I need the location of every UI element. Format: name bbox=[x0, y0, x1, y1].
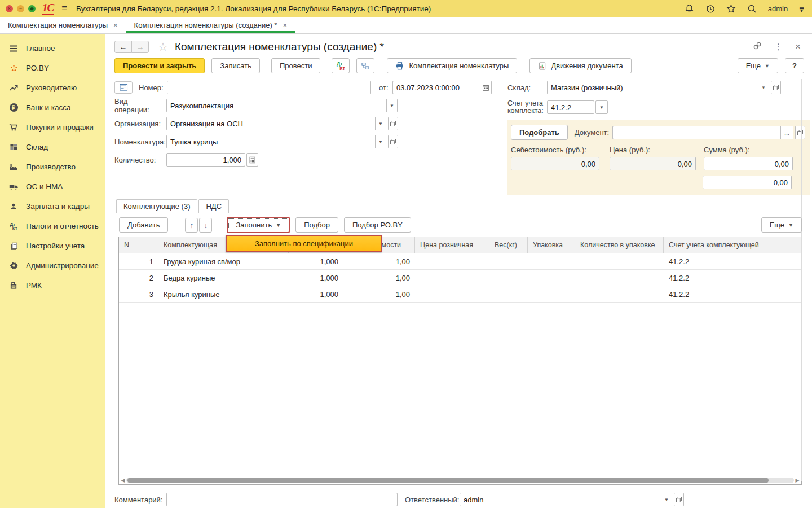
table-row[interactable]: 1Грудка куриная св/мор1,0001,0041.2.2 bbox=[119, 253, 801, 270]
ellipsis-pick-icon[interactable]: ... bbox=[780, 126, 793, 139]
table-cell[interactable] bbox=[489, 253, 528, 269]
nomenclature-select[interactable]: ▼ bbox=[166, 135, 386, 148]
window-tab-1[interactable]: Комплектация номенклатуры× bbox=[0, 17, 126, 33]
sidebar-item-main[interactable]: Главное bbox=[0, 38, 105, 58]
sidebar-item-salary-hr[interactable]: Зарплата и кадры bbox=[0, 196, 105, 216]
table-cell[interactable]: 41.2.2 bbox=[664, 286, 801, 302]
table-cell[interactable] bbox=[415, 286, 489, 302]
kit-account-field[interactable] bbox=[547, 100, 594, 114]
horizontal-scrollbar[interactable]: ◀ ▶ bbox=[119, 476, 801, 484]
sidebar-item-administration[interactable]: Администрирование bbox=[0, 256, 105, 275]
operation-type-select[interactable]: ▼ bbox=[166, 99, 398, 112]
table-cell[interactable]: 2 bbox=[119, 270, 158, 286]
close-tab-icon[interactable]: × bbox=[283, 21, 287, 29]
cost-field[interactable] bbox=[511, 157, 599, 170]
column-header[interactable]: Упаковка bbox=[528, 237, 575, 253]
help-button[interactable]: ? bbox=[785, 58, 804, 73]
selection-button[interactable]: Подбор bbox=[295, 217, 338, 233]
scroll-left-icon[interactable]: ◀ bbox=[121, 478, 125, 483]
table-cell[interactable]: 1 bbox=[119, 253, 158, 269]
close-window-icon[interactable]: × bbox=[6, 5, 13, 12]
table-cell[interactable] bbox=[575, 253, 664, 269]
fill-by-specification-item[interactable]: Заполнить по спецификации bbox=[255, 239, 353, 248]
chevron-down-icon[interactable]: ▼ bbox=[375, 135, 386, 148]
print-button[interactable]: Комплектация номенклатуры bbox=[387, 58, 517, 73]
price-field[interactable] bbox=[610, 157, 696, 170]
sidebar-item-rmk[interactable]: РМК bbox=[0, 275, 105, 295]
open-nomenclature-icon[interactable] bbox=[388, 135, 398, 148]
calendar-icon[interactable] bbox=[480, 81, 491, 94]
table-more-button[interactable]: Еще▼ bbox=[761, 217, 802, 233]
column-header[interactable]: Количество в упаковке bbox=[575, 237, 664, 253]
organization-select[interactable]: ▼ bbox=[166, 117, 386, 130]
history-icon[interactable] bbox=[705, 4, 715, 14]
document-field[interactable]: ... bbox=[612, 126, 793, 139]
table-row[interactable]: 3Крылья куриные1,0001,0041.2.2 bbox=[119, 286, 801, 303]
sidebar-item-accounting-settings[interactable]: Настройки учета bbox=[0, 236, 105, 256]
move-row-down-button[interactable]: ↓ bbox=[199, 218, 212, 233]
table-cell[interactable]: 1,00 bbox=[343, 270, 415, 286]
chevron-down-icon[interactable]: ▼ bbox=[758, 81, 769, 94]
chevron-down-icon[interactable]: ▼ bbox=[386, 99, 397, 112]
zoom-window-icon[interactable]: ◆ bbox=[28, 5, 36, 12]
add-to-favorites-star-icon[interactable]: ☆ bbox=[158, 40, 168, 54]
table-cell[interactable] bbox=[415, 270, 489, 286]
open-organization-icon[interactable] bbox=[388, 117, 398, 130]
add-row-button[interactable]: Добавить bbox=[119, 217, 168, 233]
window-tab-2[interactable]: Комплектация номенклатуры (создание) *× bbox=[126, 17, 295, 33]
sidebar-item-warehouse[interactable]: Склад bbox=[0, 137, 105, 157]
table-cell[interactable]: 3 bbox=[119, 286, 158, 302]
pick-document-button[interactable]: Подобрать bbox=[511, 125, 568, 140]
sidebar-item-manager[interactable]: Руководителю bbox=[0, 78, 105, 98]
main-menu-icon[interactable]: ≡ bbox=[61, 3, 67, 14]
table-cell[interactable] bbox=[489, 286, 528, 302]
document-movements-button[interactable]: Движения документа bbox=[529, 58, 631, 73]
selection-po-by-button[interactable]: Подбор РО.BY bbox=[344, 217, 411, 233]
parts-tab-2[interactable]: НДС bbox=[198, 199, 229, 213]
column-header[interactable]: Цена розничная bbox=[415, 237, 489, 253]
nav-back-button[interactable]: ← bbox=[114, 41, 132, 53]
sidebar-item-purchases-sales[interactable]: Покупки и продажи bbox=[0, 117, 105, 137]
warehouse-select[interactable]: ▼ bbox=[547, 81, 769, 94]
sidebar-item-os-nma[interactable]: ОС и НМА bbox=[0, 177, 105, 196]
sidebar-item-bank-cash[interactable]: ₽Банк и касса bbox=[0, 98, 105, 117]
minimize-window-icon[interactable]: − bbox=[17, 5, 24, 12]
comment-field[interactable] bbox=[166, 493, 398, 506]
close-form-icon[interactable]: × bbox=[795, 41, 801, 52]
kit-account-chevron-down-icon[interactable]: ▼ bbox=[595, 100, 608, 114]
get-link-icon[interactable] bbox=[753, 41, 762, 52]
close-tab-icon[interactable]: × bbox=[113, 21, 118, 29]
sidebar-item-po-by[interactable]: РО.BY bbox=[0, 58, 105, 78]
fill-button[interactable]: Заполнить▼ bbox=[227, 217, 290, 233]
dtkt-postings-button[interactable]: ДтКт bbox=[332, 58, 350, 73]
table-cell[interactable]: Крылья куриные bbox=[158, 286, 289, 302]
form-more-button[interactable]: Еще▼ bbox=[738, 58, 778, 73]
open-responsible-icon[interactable] bbox=[674, 493, 684, 506]
current-user[interactable]: admin bbox=[768, 5, 788, 13]
sum-field[interactable] bbox=[704, 157, 793, 170]
search-icon[interactable] bbox=[747, 4, 757, 14]
column-header[interactable]: Счет учета комплектующей bbox=[664, 237, 801, 253]
scrollbar-thumb[interactable] bbox=[127, 478, 769, 483]
calculator-icon[interactable] bbox=[246, 153, 258, 167]
table-cell[interactable] bbox=[528, 270, 575, 286]
table-cell[interactable] bbox=[415, 253, 489, 269]
table-cell[interactable] bbox=[528, 253, 575, 269]
settings-menu-icon[interactable]: ≡▾ bbox=[799, 5, 804, 12]
table-cell[interactable]: 1,00 bbox=[343, 286, 415, 302]
table-cell[interactable]: 1,000 bbox=[289, 253, 343, 269]
sum-total-field[interactable] bbox=[703, 176, 792, 189]
table-cell[interactable] bbox=[575, 286, 664, 302]
sidebar-item-taxes-reports[interactable]: Дт КтНалоги и отчетность bbox=[0, 216, 105, 236]
table-cell[interactable] bbox=[528, 286, 575, 302]
form-view-toggle-button[interactable] bbox=[114, 81, 133, 94]
quantity-field[interactable] bbox=[166, 153, 245, 167]
table-cell[interactable] bbox=[489, 270, 528, 286]
table-cell[interactable]: 1,000 bbox=[289, 286, 343, 302]
table-cell[interactable]: Бедра куриные bbox=[158, 270, 289, 286]
chevron-down-icon[interactable]: ▼ bbox=[661, 493, 672, 506]
sidebar-item-production[interactable]: Производство bbox=[0, 157, 105, 177]
number-field[interactable] bbox=[167, 81, 371, 94]
table-row[interactable]: 2Бедра куриные1,0001,0041.2.2 bbox=[119, 270, 801, 286]
table-cell[interactable]: 1,000 bbox=[289, 270, 343, 286]
